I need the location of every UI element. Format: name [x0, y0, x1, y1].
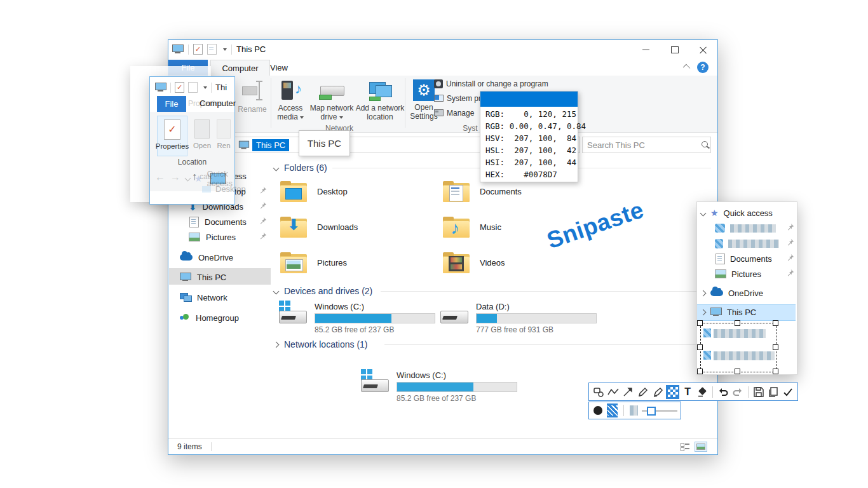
drive-tile-d[interactable]: Data (D:) 777 GB free of 931 GB	[439, 302, 597, 334]
drive-d-icon	[439, 302, 468, 327]
close-button[interactable]	[689, 41, 717, 59]
mosaic-icon	[703, 351, 711, 360]
selection-handle[interactable]	[697, 369, 703, 374]
divider	[211, 442, 212, 451]
folder-tile-videos[interactable]: Videos	[443, 252, 505, 273]
pin-icon[interactable]	[259, 186, 267, 194]
help-icon[interactable]: ?	[697, 62, 709, 73]
text-tool-icon[interactable]: T	[681, 385, 694, 399]
tab-view[interactable]: View	[261, 60, 297, 76]
search-box[interactable]	[582, 137, 711, 153]
confirm-icon[interactable]	[782, 385, 795, 399]
thumbnail-view-icon[interactable]	[695, 442, 707, 452]
sidebar-item-this-pc[interactable]: This PC	[180, 269, 226, 285]
undo-icon[interactable]	[716, 385, 729, 399]
sidebar-item-pictures[interactable]: Pictures	[189, 229, 236, 245]
address-location[interactable]: This PC	[252, 139, 289, 151]
properties-shortcut-icon[interactable]: ✓	[193, 44, 203, 55]
details-view-icon[interactable]	[681, 442, 689, 451]
properties-icon: ✓	[164, 119, 180, 140]
quick-access-toolbar: ✓ This PC	[172, 44, 266, 55]
pinned-snip-sidebar[interactable]: ★ Quick access Documents Pictures OneDri…	[696, 201, 797, 375]
folder-tile-pictures[interactable]: Pictures	[280, 252, 347, 273]
marker-tool-icon[interactable]	[651, 385, 665, 399]
drive-d-usage-bar	[476, 313, 597, 323]
sidebar-item-documents[interactable]: Documents	[189, 214, 247, 229]
folders-section-header[interactable]: Folders (6)	[274, 163, 327, 173]
pencil-tool-icon[interactable]	[636, 385, 649, 399]
sidebar-item-network[interactable]: Network	[180, 290, 227, 305]
maximize-button[interactable]	[660, 41, 689, 59]
mosaic-icon	[703, 329, 711, 337]
add-network-location-button[interactable]: Add a network location	[355, 79, 405, 121]
selection-handle[interactable]	[697, 344, 703, 350]
pin-icon[interactable]	[259, 232, 267, 240]
rp-quick-access: ★ Quick access	[701, 207, 773, 219]
ribbon: Rename ♪ Access media Map network drive	[168, 76, 717, 133]
back-arrow-icon: ←	[155, 172, 165, 183]
folder-tile-desktop[interactable]: Desktop	[280, 181, 348, 202]
drives-section-header[interactable]: Devices and drives (2)	[274, 286, 372, 296]
selection-handle[interactable]	[773, 369, 778, 374]
shape-tool-icon[interactable]	[592, 385, 605, 399]
title-bar[interactable]: ✓ This PC	[168, 40, 717, 60]
folder-tile-documents[interactable]: Documents	[443, 181, 522, 202]
eraser-tool-icon[interactable]	[696, 385, 709, 399]
snip-qat: ✓ Thi	[155, 82, 227, 93]
dot-style-option[interactable]	[592, 403, 603, 417]
access-media-button[interactable]: ♪ Access media	[274, 79, 307, 121]
collapse-ribbon-icon[interactable]	[683, 64, 690, 71]
mosaic-text	[728, 240, 779, 248]
selection-handle[interactable]	[773, 320, 778, 326]
search-icon[interactable]	[700, 140, 705, 150]
item-count: 9 items	[177, 442, 202, 451]
forward-arrow-icon: →	[170, 172, 180, 183]
drag-ghost-drive-c: Windows (C:) 85.2 GB free of 237 GB	[360, 370, 517, 403]
this-pc-icon	[172, 44, 184, 54]
folder-tile-music[interactable]: ♪ Music	[443, 217, 501, 238]
chevron-down-icon	[185, 175, 191, 182]
pinned-snip-explorer-corner[interactable]: ✓ Thi File Properties Computer ✓ Propert…	[149, 76, 235, 205]
save-icon[interactable]	[752, 385, 765, 399]
customize-qat-arrow[interactable]	[223, 48, 227, 51]
address-location-icon	[239, 140, 249, 149]
redo-icon[interactable]	[731, 385, 744, 399]
selection-handle[interactable]	[697, 320, 703, 326]
search-input[interactable]	[583, 140, 700, 151]
rename-icon	[217, 119, 231, 139]
selection-handle[interactable]	[773, 344, 778, 350]
map-network-drive-button[interactable]: Map network drive	[309, 79, 355, 121]
uninstall-program-item[interactable]: Uninstall or change a program	[434, 79, 548, 88]
minimize-button[interactable]	[632, 41, 660, 59]
sidebar-item-homegroup[interactable]: Homegroup	[180, 310, 239, 325]
slider-handle[interactable]	[647, 407, 656, 416]
selection-handle[interactable]	[735, 320, 740, 326]
mosaic-tool-icon[interactable]	[666, 385, 679, 399]
pin-icon[interactable]	[259, 217, 267, 225]
sidebar-item-onedrive[interactable]: OneDrive	[180, 250, 233, 265]
quick-access-star-icon: ★	[710, 208, 719, 218]
selection-handle[interactable]	[735, 369, 740, 374]
new-folder-icon[interactable]	[207, 44, 217, 55]
pictures-folder-icon	[280, 252, 307, 273]
toolbar-divider	[748, 386, 749, 398]
hatch-style-option[interactable]	[607, 403, 618, 417]
copy-icon[interactable]	[766, 385, 780, 399]
selection-rectangle[interactable]	[700, 323, 777, 372]
documents-folder-icon	[443, 181, 470, 202]
polyline-tool-icon[interactable]	[606, 385, 620, 399]
size-slider[interactable]	[642, 410, 677, 412]
rp-pictures: Pictures	[715, 268, 761, 280]
system-properties-item[interactable]: System pr	[434, 94, 481, 103]
drive-tile-c[interactable]: Windows (C:) 85.2 GB free of 237 GB	[278, 302, 435, 334]
folder-tile-downloads[interactable]: ⬇ Downloads	[280, 217, 358, 238]
pin-icon	[786, 254, 794, 262]
manage-item[interactable]: Manage	[434, 109, 474, 118]
tab-computer: Computer	[200, 98, 236, 108]
navigation-bar: This PC	[168, 133, 717, 156]
rename-icon	[241, 81, 263, 100]
pin-icon[interactable]	[259, 201, 267, 210]
arrow-tool-icon[interactable]	[621, 385, 635, 399]
network-locations-header[interactable]: Network locations (1)	[274, 339, 368, 349]
mosaic-text	[730, 224, 776, 233]
